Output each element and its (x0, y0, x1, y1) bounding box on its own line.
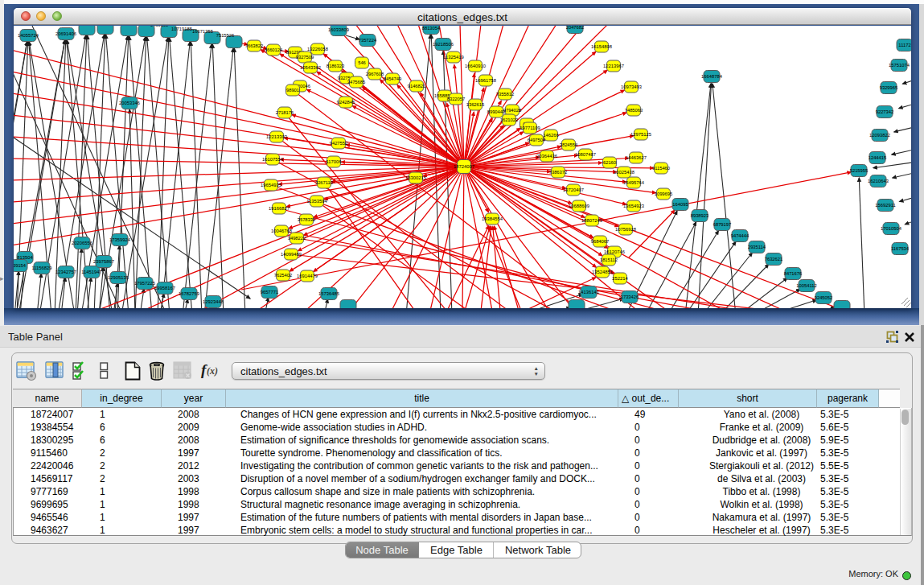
svg-text:20364436: 20364436 (536, 154, 557, 159)
svg-text:14055724: 14055724 (18, 33, 39, 38)
svg-text:14099489: 14099489 (281, 252, 302, 257)
svg-text:1733426: 1733426 (621, 295, 639, 299)
svg-text:15692911: 15692911 (875, 203, 895, 208)
svg-text:10756928: 10756928 (615, 227, 636, 232)
svg-text:252214: 252214 (612, 276, 628, 281)
svg-text:9657771: 9657771 (261, 290, 279, 295)
svg-text:10046768: 10046768 (271, 229, 292, 233)
svg-text:2935114: 2935114 (748, 245, 766, 249)
svg-text:10025438: 10025438 (614, 170, 634, 175)
svg-text:9684067: 9684067 (591, 239, 610, 244)
svg-text:15495764: 15495764 (623, 180, 645, 185)
svg-text:10688609: 10688609 (569, 204, 589, 208)
svg-text:16961758: 16961758 (475, 78, 496, 83)
svg-text:7355812: 7355812 (496, 92, 515, 97)
svg-text:19958167: 19958167 (154, 286, 175, 290)
svg-text:17957225: 17957225 (134, 281, 155, 286)
svg-text:8471676: 8471676 (784, 271, 803, 276)
svg-text:19654935: 19654935 (261, 183, 281, 187)
svg-text:9242845: 9242845 (337, 100, 355, 105)
svg-text:15736485: 15736485 (318, 291, 339, 296)
svg-text:9794028: 9794028 (503, 108, 522, 113)
svg-text:164095: 164095 (672, 202, 688, 207)
svg-text:39154: 39154 (14, 263, 27, 268)
svg-text:8938923: 8938923 (691, 213, 709, 218)
svg-text:7625402: 7625402 (274, 273, 293, 278)
svg-text:11172: 11172 (898, 43, 910, 47)
svg-text:8186323: 8186323 (326, 64, 345, 68)
svg-text:17359924: 17359924 (109, 237, 131, 242)
svg-text:8813054: 8813054 (422, 26, 441, 31)
svg-text:16671355: 16671355 (192, 29, 213, 34)
svg-text:9329965: 9329965 (880, 85, 898, 90)
svg-text:7386372: 7386372 (549, 170, 568, 175)
svg-text:62160: 62160 (603, 160, 616, 165)
svg-text:1167534: 1167534 (891, 246, 910, 251)
svg-text:2967608: 2967608 (366, 72, 384, 76)
svg-text:10807487: 10807487 (575, 152, 596, 157)
svg-text:20053346: 20053346 (119, 101, 140, 105)
svg-text:9327509: 9327509 (296, 55, 314, 60)
svg-text:9427552: 9427552 (330, 141, 348, 146)
svg-text:13524851: 13524851 (592, 270, 613, 274)
svg-text:20206556: 20206556 (72, 241, 92, 245)
svg-text:117006: 117006 (326, 159, 342, 164)
svg-text:12975125: 12975125 (630, 132, 651, 137)
svg-text:12923448: 12923448 (203, 299, 224, 304)
svg-text:8660124: 8660124 (265, 47, 283, 52)
svg-text:7357224: 7357224 (359, 38, 377, 43)
svg-text:9146821: 9146821 (408, 84, 426, 89)
svg-text:1362615: 1362615 (466, 102, 485, 107)
svg-text:16914479: 16914479 (297, 274, 318, 278)
svg-text:19384554: 19384554 (482, 216, 503, 221)
svg-text:10543362: 10543362 (300, 65, 321, 70)
svg-text:20691406: 20691406 (55, 31, 76, 36)
svg-text:14463627: 14463627 (626, 155, 647, 160)
svg-text:23975867: 23975867 (93, 259, 114, 264)
svg-text:6466160: 6466160 (150, 26, 169, 27)
svg-text:9474444: 9474444 (731, 233, 749, 238)
svg-text:7485063: 7485063 (625, 108, 643, 113)
svg-text:7632621: 7632621 (765, 257, 783, 262)
svg-text:1621022: 1621022 (500, 117, 519, 122)
svg-text:5215955: 5215955 (850, 168, 869, 173)
svg-text:16107554: 16107554 (262, 157, 284, 162)
svg-text:1244415: 1244415 (869, 155, 887, 160)
svg-text:3498222: 3498222 (288, 236, 306, 241)
svg-text:19771109: 19771109 (519, 126, 540, 130)
svg-text:7663822: 7663822 (245, 43, 264, 48)
svg-text:2718176: 2718176 (276, 110, 294, 115)
svg-text:15751074: 15751074 (889, 63, 910, 68)
svg-text:14136141: 14136141 (578, 290, 599, 295)
svg-text:15300215: 15300215 (405, 175, 426, 180)
svg-text:7515526: 7515526 (216, 33, 235, 38)
svg-text:2047682: 2047682 (566, 26, 585, 30)
svg-text:98901: 98901 (286, 88, 299, 93)
svg-text:11451947: 11451947 (81, 270, 101, 274)
svg-text:9245052: 9245052 (815, 295, 833, 300)
svg-text:3475685: 3475685 (347, 80, 366, 84)
svg-text:1527602: 1527602 (129, 26, 148, 27)
svg-text:(x): (x) (207, 365, 218, 377)
svg-text:16120746: 16120746 (604, 249, 625, 254)
svg-text:3267110: 3267110 (315, 180, 333, 185)
svg-text:1815112: 1815112 (600, 257, 618, 262)
svg-text:12342757: 12342757 (55, 270, 76, 274)
svg-text:16033809: 16033809 (328, 27, 349, 32)
svg-text:9115460: 9115460 (652, 166, 670, 171)
svg-text:13654923: 13654923 (623, 204, 644, 208)
svg-text:10973493: 10973493 (621, 84, 642, 89)
svg-text:6879197: 6879197 (713, 222, 732, 227)
svg-text:19166827: 19166827 (269, 206, 290, 211)
svg-text:16640910: 16640910 (465, 64, 486, 68)
svg-text:13226058: 13226058 (307, 47, 328, 51)
svg-text:16782759: 16782759 (179, 291, 199, 296)
svg-text:10054112: 10054112 (796, 283, 816, 288)
svg-text:19218506: 19218506 (433, 42, 454, 47)
svg-text:9227342: 9227342 (876, 109, 894, 114)
svg-text:12093822: 12093822 (869, 133, 890, 138)
svg-text:16154808: 16154808 (591, 44, 612, 49)
svg-text:8454749: 8454749 (384, 76, 402, 81)
svg-text:17010504: 17010504 (881, 226, 902, 231)
svg-text:12213303: 12213303 (266, 134, 287, 139)
